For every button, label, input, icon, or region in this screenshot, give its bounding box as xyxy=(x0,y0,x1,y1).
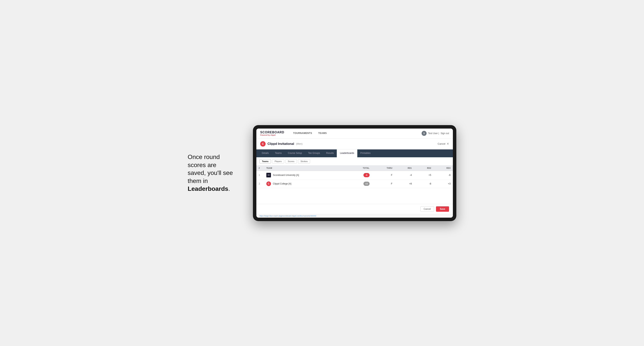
col-rank: # xyxy=(256,166,264,171)
tab-bar: Details Teams Course Setup Tee Groups Re… xyxy=(256,150,453,157)
cell-team: CClippd College [A] xyxy=(264,179,347,188)
table-row: 1SUScoreboard University [A]-5F-4+5-6 xyxy=(256,171,453,179)
tablet-device: SCOREBOARD Powered by clippd TOURNAMENTS… xyxy=(253,125,456,221)
tournament-title-area: C Clippd Invitational (Men) xyxy=(260,141,302,147)
table-header-row: # TEAM TOTAL THRU RD1 RD2 RD3 xyxy=(256,166,453,171)
cell-rd2: -8 xyxy=(414,179,434,188)
leaderboard-table-wrapper: # TEAM TOTAL THRU RD1 RD2 RD3 1SUScorebo… xyxy=(256,166,453,204)
sub-tab-teams[interactable]: Teams xyxy=(260,159,271,164)
cell-rd3: +3 xyxy=(434,179,453,188)
cell-rd2: +5 xyxy=(414,171,434,179)
tab-teams[interactable]: Teams xyxy=(272,150,285,157)
score-badge: +3 xyxy=(364,182,370,186)
cell-rd1: +8 xyxy=(395,179,414,188)
col-total: TOTAL xyxy=(347,166,372,171)
sub-tab-strokes[interactable]: Strokes xyxy=(298,159,310,164)
close-icon: ✕ xyxy=(446,142,449,146)
tab-details[interactable]: Details xyxy=(259,150,272,157)
cancel-button[interactable]: Cancel xyxy=(420,206,434,212)
table-row: 2CClippd College [A]+3F+8-8+3 xyxy=(256,179,453,188)
tournament-logo: C xyxy=(260,141,266,147)
tablet-screen: SCOREBOARD Powered by clippd TOURNAMENTS… xyxy=(256,129,453,218)
team-name: Scoreboard University [A] xyxy=(273,174,299,176)
cell-rd3: -6 xyxy=(434,171,453,179)
tournament-cancel-button[interactable]: Cancel ✕ xyxy=(438,142,449,146)
logo-area: SCOREBOARD Powered by clippd xyxy=(260,131,284,136)
leaderboard-table: # TEAM TOTAL THRU RD1 RD2 RD3 1SUScorebo… xyxy=(256,166,453,188)
url-bar: https://stage-blue-coach.stagescoreboard… xyxy=(256,214,453,218)
cell-team: SUScoreboard University [A] xyxy=(264,171,347,179)
desc-bold: Leaderboards xyxy=(188,185,228,192)
nav-tournaments[interactable]: TOURNAMENTS xyxy=(290,129,315,139)
tournament-header: C Clippd Invitational (Men) Cancel ✕ xyxy=(256,139,453,150)
sub-tab-bar: Teams Players Scores Strokes xyxy=(256,157,453,166)
page-wrapper: Once round scores are saved, you'll see … xyxy=(188,125,456,221)
sub-tab-players[interactable]: Players xyxy=(272,159,284,164)
tab-tee-groups[interactable]: Tee Groups xyxy=(305,150,323,157)
cell-thru: F xyxy=(372,171,395,179)
nav-links: TOURNAMENTS TEAMS xyxy=(290,129,422,139)
sub-tab-scores[interactable]: Scores xyxy=(285,159,297,164)
user-avatar: S xyxy=(422,131,426,136)
user-name: Test User | xyxy=(428,132,439,135)
nav-teams[interactable]: TEAMS xyxy=(315,129,330,139)
team-logo-box: SU xyxy=(266,173,271,177)
cell-total: -5 xyxy=(347,171,372,179)
desc-line1: Once round xyxy=(188,154,220,160)
tab-leaderboards[interactable]: Leaderboards xyxy=(337,150,357,157)
tournament-name: Clippd Invitational xyxy=(268,142,294,146)
desc-line2: scores are xyxy=(188,162,216,169)
tab-printables[interactable]: Printables xyxy=(357,150,374,157)
team-logo-circle: C xyxy=(266,181,271,186)
score-badge: -5 xyxy=(364,173,370,177)
cancel-label: Cancel xyxy=(438,142,446,145)
team-name: Clippd College [A] xyxy=(273,182,291,185)
col-rd1: RD1 xyxy=(395,166,414,171)
cell-total: +3 xyxy=(347,179,372,188)
col-thru: THRU xyxy=(372,166,395,171)
logo-title: SCOREBOARD xyxy=(260,131,284,134)
col-team: TEAM xyxy=(264,166,347,171)
desc-line4: them in xyxy=(188,177,208,184)
modal-footer: Cancel Save xyxy=(256,204,453,214)
cell-rank: 1 xyxy=(256,171,264,179)
desc-end: . xyxy=(228,185,230,192)
tab-results[interactable]: Results xyxy=(323,150,337,157)
col-rd3: RD3 xyxy=(434,166,453,171)
left-description: Once round scores are saved, you'll see … xyxy=(188,153,242,193)
logo-subtitle: Powered by clippd xyxy=(260,134,284,136)
content-area: Teams Players Scores Strokes # TEAM TOTA… xyxy=(256,157,453,204)
tournament-gender: (Men) xyxy=(296,142,302,145)
col-rd2: RD2 xyxy=(414,166,434,171)
cell-rank: 2 xyxy=(256,179,264,188)
nav-right: S Test User | Sign out xyxy=(422,131,449,136)
tab-course-setup[interactable]: Course Setup xyxy=(285,150,305,157)
sign-out-link[interactable]: Sign out xyxy=(440,132,449,135)
save-button[interactable]: Save xyxy=(436,206,449,212)
cell-rd1: -4 xyxy=(395,171,414,179)
desc-line3: saved, you'll see xyxy=(188,169,233,176)
top-navigation: SCOREBOARD Powered by clippd TOURNAMENTS… xyxy=(256,129,453,139)
cell-thru: F xyxy=(372,179,395,188)
